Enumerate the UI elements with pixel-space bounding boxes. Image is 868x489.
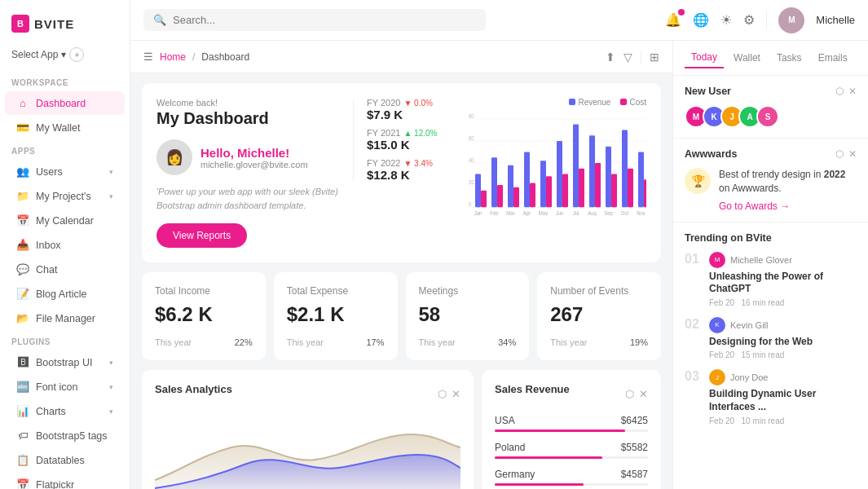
stat-card-1: Total Expense $2.1 K This year 17% xyxy=(274,272,398,360)
new-user-header: New User ⬡ ✕ xyxy=(685,86,857,97)
trending-author-name: Jony Doe xyxy=(730,372,768,382)
svg-rect-29 xyxy=(579,169,584,207)
fy-item-1: FY 2021 ▲ 12.0% $15.0 K xyxy=(367,128,454,152)
awwwards-content-row: 🏆 Best of trendy design in 2022 on Awwwa… xyxy=(685,168,857,212)
sales-revenue-icons: ⬡ ✕ xyxy=(625,388,648,400)
right-tab-wallet[interactable]: Wallet xyxy=(727,48,767,68)
awwwards-header: Awwwards ⬡ ✕ xyxy=(685,148,857,160)
theme-icon[interactable]: ☀ xyxy=(720,12,732,28)
sidebar-item-dashboard[interactable]: ⌂ Dashboard xyxy=(5,91,125,115)
sidebar-item-inbox[interactable]: 📥 Inbox xyxy=(5,233,125,257)
revenue-bar-bg xyxy=(495,483,648,486)
new-user-expand-icon[interactable]: ⬡ xyxy=(835,86,844,97)
sidebar-item-filemanager[interactable]: 📂 File Manager xyxy=(5,306,125,330)
trending-num: 01 xyxy=(685,252,703,267)
close-icon-2[interactable]: ✕ xyxy=(639,388,648,400)
trending-article-title[interactable]: Designing for the Web xyxy=(709,336,857,349)
sidebar-item-label: Bootstrap5 tags xyxy=(36,430,113,442)
awwwards-link[interactable]: Go to Awards → xyxy=(719,200,790,212)
right-tab-today[interactable]: Today xyxy=(685,47,724,68)
search-input[interactable] xyxy=(173,14,476,26)
sidebar-item-chat[interactable]: 💬 Chat xyxy=(5,258,125,281)
right-tab-emails[interactable]: Emails xyxy=(812,48,854,68)
svg-text:40: 40 xyxy=(469,157,474,163)
sales-revenue-title: Sales Revenue xyxy=(495,383,570,395)
sidebar-item-label: My Calendar xyxy=(36,215,113,227)
sidebar-item-fonticon[interactable]: 🔤 Font icon ▾ xyxy=(5,375,125,399)
sidebar-item-charts[interactable]: 📊 Charts ▾ xyxy=(5,399,125,423)
sidebar-item-blogarticle[interactable]: 📝 Blog Article xyxy=(5,282,125,306)
revenue-amount: $4587 xyxy=(621,469,648,480)
search-box[interactable]: 🔍 xyxy=(143,9,486,31)
expand-icon-2[interactable]: ⬡ xyxy=(625,388,634,400)
cost-legend: Cost xyxy=(620,98,646,107)
user-name: Michelle xyxy=(816,14,855,26)
stat-footer: This year 19% xyxy=(550,337,648,347)
sidebar-toggle-icon[interactable]: ☰ xyxy=(143,51,153,63)
trending-author-avatar: J xyxy=(709,369,725,385)
filter-icon[interactable]: ▽ xyxy=(623,51,632,64)
svg-rect-17 xyxy=(513,187,519,207)
awwwards-title: Awwwards xyxy=(685,148,737,160)
sidebar-item-icon: 📋 xyxy=(16,454,29,466)
awwwards-close-icon[interactable]: ✕ xyxy=(848,148,857,160)
notification-icon[interactable]: 🔔 xyxy=(665,12,681,28)
revenue-bar xyxy=(495,430,625,432)
sidebar-item-icon: 📅 xyxy=(16,478,29,489)
sidebar-item-label: My Wallet xyxy=(36,122,113,134)
sidebar-item-mywallet[interactable]: 💳 My Wallet xyxy=(5,116,125,139)
close-icon[interactable]: ✕ xyxy=(452,388,460,400)
svg-text:Mar: Mar xyxy=(506,210,514,216)
sidebar-item-label: Charts xyxy=(36,406,103,417)
trending-author-name: Kevin Gill xyxy=(730,320,768,330)
awwwards-section: Awwwards ⬡ ✕ 🏆 Best of trendy design in … xyxy=(673,139,868,222)
svg-rect-22 xyxy=(540,161,546,207)
stat-pct: 34% xyxy=(498,337,516,347)
awwwards-text: Best of trendy design in 2022 on Awwward… xyxy=(719,168,857,196)
sidebar-item-label: Font icon xyxy=(36,381,103,393)
select-app[interactable]: Select App ▾ + xyxy=(0,44,130,72)
welcome-card: Welcome back! My Dashboard 👩 Hello, Mich… xyxy=(142,83,661,262)
sidebar-item-myprojects[interactable]: 📁 My Project's ▾ xyxy=(5,184,125,208)
svg-rect-34 xyxy=(606,147,611,207)
trending-items: 01 M Michelle Glover Unleashing the Powe… xyxy=(685,252,857,425)
stat-period: This year xyxy=(550,337,587,347)
sidebar-item-datatables[interactable]: 📋 Datatables xyxy=(5,448,125,472)
stat-value: $2.1 K xyxy=(287,303,385,326)
breadcrumb-home[interactable]: Home xyxy=(160,51,186,63)
stat-period: This year xyxy=(155,337,192,347)
trending-meta: Feb 20 10 min read xyxy=(709,416,857,425)
view-reports-button[interactable]: View Reports xyxy=(156,223,247,248)
revenue-item-0: USA $6425 xyxy=(495,415,648,432)
sidebar-item-icon: 🅱 xyxy=(16,356,29,368)
sidebar-item-arrow: ▾ xyxy=(109,168,113,176)
layout-icon[interactable]: ⊞ xyxy=(650,51,659,64)
sidebar-item-mycalendar[interactable]: 📅 My Calendar xyxy=(5,209,125,232)
stat-value: 58 xyxy=(419,303,517,326)
svg-rect-38 xyxy=(628,169,633,207)
right-tab-tasks[interactable]: Tasks xyxy=(770,48,809,68)
svg-rect-20 xyxy=(530,183,535,207)
trending-article-title[interactable]: Building Dynamic User Interfaces ... xyxy=(709,388,857,413)
trending-article-title[interactable]: Unleashing the Power of ChatGPT xyxy=(709,271,857,296)
topbar: 🔍 🔔 🌐 ☀ ⚙ M Michelle xyxy=(130,0,868,41)
upload-icon[interactable]: ⬆ xyxy=(606,51,615,64)
globe-icon[interactable]: 🌐 xyxy=(693,12,709,28)
svg-rect-31 xyxy=(589,135,595,207)
awwwards-expand-icon[interactable]: ⬡ xyxy=(835,148,844,160)
sidebar-item-label: Users xyxy=(36,166,103,178)
sidebar-item-bootstrapui[interactable]: 🅱 Bootstrap UI ▾ xyxy=(5,350,125,374)
new-user-close-icon[interactable]: ✕ xyxy=(848,86,857,97)
expand-icon[interactable]: ⬡ xyxy=(438,388,447,400)
trending-section: Trending on BVite 01 M Michelle Glover U… xyxy=(673,222,868,445)
sidebar-item-icon: 💬 xyxy=(16,263,29,275)
sidebar-item-bootstrap5tags[interactable]: 🏷 Bootstrap5 tags xyxy=(5,424,125,447)
sidebar-item-flatpickr[interactable]: 📅 Flatpickr xyxy=(5,473,125,489)
svg-rect-19 xyxy=(524,152,530,207)
stat-pct: 17% xyxy=(366,337,384,347)
settings-icon[interactable]: ⚙ xyxy=(743,12,755,28)
sidebar: B BVITE Select App ▾ + WORKSPACE⌂ Dashbo… xyxy=(0,0,130,489)
sidebar-item-users[interactable]: 👥 Users ▾ xyxy=(5,160,125,183)
add-app-icon[interactable]: + xyxy=(69,47,84,62)
dashboard-body: Welcome back! My Dashboard 👩 Hello, Mich… xyxy=(130,73,672,489)
